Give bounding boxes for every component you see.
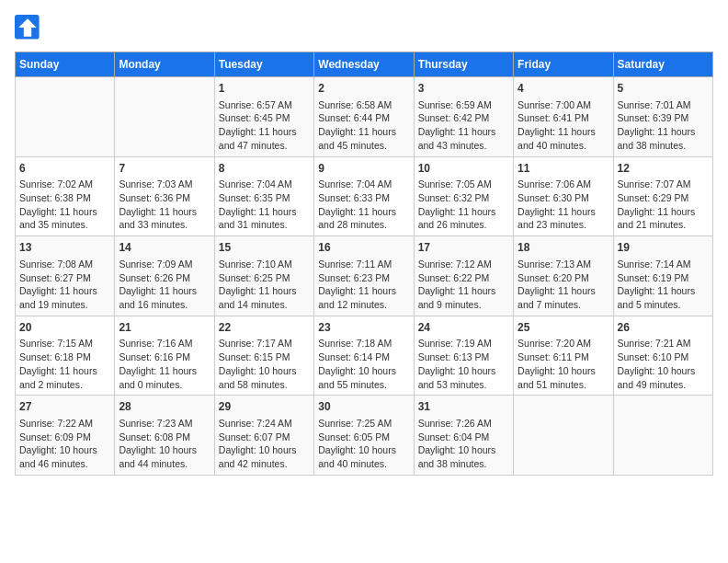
day-info: Sunrise: 7:04 AM Sunset: 6:35 PM Dayligh… [219, 178, 310, 232]
day-number: 25 [518, 320, 609, 336]
logo-icon [15, 15, 40, 40]
day-info: Sunrise: 7:24 AM Sunset: 6:07 PM Dayligh… [219, 417, 310, 471]
day-info: Sunrise: 7:26 AM Sunset: 6:04 PM Dayligh… [418, 417, 509, 471]
calendar-cell: 2Sunrise: 6:58 AM Sunset: 6:44 PM Daylig… [314, 77, 414, 157]
day-number: 13 [19, 240, 110, 256]
col-header-wednesday: Wednesday [314, 52, 414, 77]
header-row: SundayMondayTuesdayWednesdayThursdayFrid… [16, 52, 713, 77]
calendar-cell: 24Sunrise: 7:19 AM Sunset: 6:13 PM Dayli… [414, 316, 513, 396]
day-info: Sunrise: 7:14 AM Sunset: 6:19 PM Dayligh… [618, 258, 709, 312]
day-info: Sunrise: 7:13 AM Sunset: 6:20 PM Dayligh… [518, 258, 609, 312]
calendar-cell: 28Sunrise: 7:23 AM Sunset: 6:08 PM Dayli… [115, 396, 214, 476]
day-info: Sunrise: 6:57 AM Sunset: 6:45 PM Dayligh… [219, 98, 310, 153]
calendar-cell: 11Sunrise: 7:06 AM Sunset: 6:30 PM Dayli… [514, 156, 613, 236]
calendar-cell: 22Sunrise: 7:17 AM Sunset: 6:15 PM Dayli… [214, 316, 313, 396]
day-info: Sunrise: 7:09 AM Sunset: 6:26 PM Dayligh… [119, 258, 210, 312]
day-info: Sunrise: 7:00 AM Sunset: 6:41 PM Dayligh… [518, 98, 609, 153]
day-number: 23 [318, 320, 409, 336]
day-number: 6 [19, 161, 110, 177]
col-header-friday: Friday [514, 52, 613, 77]
calendar-cell: 25Sunrise: 7:20 AM Sunset: 6:11 PM Dayli… [514, 316, 613, 396]
day-number: 20 [19, 320, 110, 336]
day-info: Sunrise: 7:04 AM Sunset: 6:33 PM Dayligh… [318, 178, 409, 232]
day-number: 3 [418, 81, 509, 97]
day-info: Sunrise: 7:08 AM Sunset: 6:27 PM Dayligh… [19, 258, 110, 312]
calendar-cell: 10Sunrise: 7:05 AM Sunset: 6:32 PM Dayli… [414, 156, 513, 236]
day-number: 31 [418, 399, 509, 415]
day-number: 30 [318, 399, 409, 415]
day-info: Sunrise: 7:01 AM Sunset: 6:39 PM Dayligh… [618, 98, 709, 153]
day-number: 5 [618, 81, 709, 97]
calendar-cell: 12Sunrise: 7:07 AM Sunset: 6:29 PM Dayli… [613, 156, 712, 236]
day-info: Sunrise: 7:17 AM Sunset: 6:15 PM Dayligh… [219, 337, 310, 391]
day-number: 21 [119, 320, 210, 336]
day-info: Sunrise: 7:11 AM Sunset: 6:23 PM Dayligh… [318, 258, 409, 312]
day-info: Sunrise: 7:03 AM Sunset: 6:36 PM Dayligh… [119, 178, 210, 232]
week-row-1: 1Sunrise: 6:57 AM Sunset: 6:45 PM Daylig… [16, 77, 713, 157]
calendar-cell: 16Sunrise: 7:11 AM Sunset: 6:23 PM Dayli… [314, 236, 414, 316]
week-row-5: 27Sunrise: 7:22 AM Sunset: 6:09 PM Dayli… [16, 396, 713, 476]
day-number: 24 [418, 320, 509, 336]
day-info: Sunrise: 7:12 AM Sunset: 6:22 PM Dayligh… [418, 258, 509, 312]
day-number: 11 [518, 161, 609, 177]
day-info: Sunrise: 7:07 AM Sunset: 6:29 PM Dayligh… [618, 178, 709, 232]
calendar-cell: 30Sunrise: 7:25 AM Sunset: 6:05 PM Dayli… [314, 396, 414, 476]
day-number: 22 [219, 320, 310, 336]
week-row-3: 13Sunrise: 7:08 AM Sunset: 6:27 PM Dayli… [16, 236, 713, 316]
day-number: 10 [418, 161, 509, 177]
calendar-cell: 19Sunrise: 7:14 AM Sunset: 6:19 PM Dayli… [613, 236, 712, 316]
logo [15, 15, 42, 40]
calendar-cell: 27Sunrise: 7:22 AM Sunset: 6:09 PM Dayli… [16, 396, 115, 476]
day-info: Sunrise: 7:10 AM Sunset: 6:25 PM Dayligh… [219, 258, 310, 312]
calendar-table: SundayMondayTuesdayWednesdayThursdayFrid… [15, 52, 713, 476]
calendar-cell: 15Sunrise: 7:10 AM Sunset: 6:25 PM Dayli… [214, 236, 313, 316]
day-info: Sunrise: 7:23 AM Sunset: 6:08 PM Dayligh… [119, 417, 210, 471]
calendar-cell [613, 396, 712, 476]
day-number: 28 [119, 399, 210, 415]
col-header-sunday: Sunday [16, 52, 115, 77]
calendar-cell: 1Sunrise: 6:57 AM Sunset: 6:45 PM Daylig… [214, 77, 313, 157]
calendar-cell: 5Sunrise: 7:01 AM Sunset: 6:39 PM Daylig… [613, 77, 712, 157]
day-info: Sunrise: 7:20 AM Sunset: 6:11 PM Dayligh… [518, 337, 609, 391]
day-info: Sunrise: 6:58 AM Sunset: 6:44 PM Dayligh… [318, 98, 409, 153]
calendar-cell: 8Sunrise: 7:04 AM Sunset: 6:35 PM Daylig… [214, 156, 313, 236]
calendar-cell: 17Sunrise: 7:12 AM Sunset: 6:22 PM Dayli… [414, 236, 513, 316]
day-number: 29 [219, 399, 310, 415]
day-number: 9 [318, 161, 409, 177]
calendar-cell: 21Sunrise: 7:16 AM Sunset: 6:16 PM Dayli… [115, 316, 214, 396]
calendar-cell: 18Sunrise: 7:13 AM Sunset: 6:20 PM Dayli… [514, 236, 613, 316]
calendar-cell: 13Sunrise: 7:08 AM Sunset: 6:27 PM Dayli… [16, 236, 115, 316]
calendar-cell [514, 396, 613, 476]
day-number: 2 [318, 81, 409, 97]
day-number: 14 [119, 240, 210, 256]
day-info: Sunrise: 7:16 AM Sunset: 6:16 PM Dayligh… [119, 337, 210, 391]
calendar-cell: 4Sunrise: 7:00 AM Sunset: 6:41 PM Daylig… [514, 77, 613, 157]
day-info: Sunrise: 7:02 AM Sunset: 6:38 PM Dayligh… [19, 178, 110, 232]
day-number: 4 [518, 81, 609, 97]
day-info: Sunrise: 7:06 AM Sunset: 6:30 PM Dayligh… [518, 178, 609, 232]
calendar-cell: 20Sunrise: 7:15 AM Sunset: 6:18 PM Dayli… [16, 316, 115, 396]
col-header-tuesday: Tuesday [214, 52, 313, 77]
calendar-cell: 9Sunrise: 7:04 AM Sunset: 6:33 PM Daylig… [314, 156, 414, 236]
calendar-cell [16, 77, 115, 157]
day-number: 18 [518, 240, 609, 256]
day-info: Sunrise: 6:59 AM Sunset: 6:42 PM Dayligh… [418, 98, 509, 153]
day-info: Sunrise: 7:19 AM Sunset: 6:13 PM Dayligh… [418, 337, 509, 391]
calendar-cell: 14Sunrise: 7:09 AM Sunset: 6:26 PM Dayli… [115, 236, 214, 316]
day-number: 17 [418, 240, 509, 256]
day-info: Sunrise: 7:25 AM Sunset: 6:05 PM Dayligh… [318, 417, 409, 471]
day-number: 8 [219, 161, 310, 177]
day-number: 19 [618, 240, 709, 256]
calendar-cell: 23Sunrise: 7:18 AM Sunset: 6:14 PM Dayli… [314, 316, 414, 396]
calendar-cell: 26Sunrise: 7:21 AM Sunset: 6:10 PM Dayli… [613, 316, 712, 396]
col-header-thursday: Thursday [414, 52, 513, 77]
calendar-cell: 6Sunrise: 7:02 AM Sunset: 6:38 PM Daylig… [16, 156, 115, 236]
col-header-saturday: Saturday [613, 52, 712, 77]
calendar-cell [115, 77, 214, 157]
calendar-cell: 7Sunrise: 7:03 AM Sunset: 6:36 PM Daylig… [115, 156, 214, 236]
day-info: Sunrise: 7:05 AM Sunset: 6:32 PM Dayligh… [418, 178, 509, 232]
day-number: 16 [318, 240, 409, 256]
day-number: 27 [19, 399, 110, 415]
page-header [15, 15, 713, 40]
day-number: 26 [618, 320, 709, 336]
